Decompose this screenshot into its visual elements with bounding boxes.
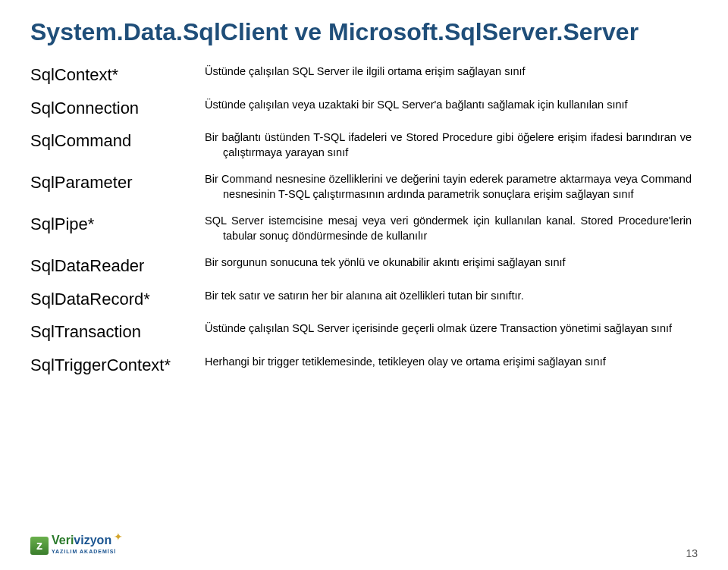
class-desc: Bir Command nesnesine özelliklerini ve d… — [205, 168, 698, 209]
footer-logo: z Verivizyon YAZILIM AKADEMİSİ ✦ — [30, 532, 136, 562]
page-title: System.Data.SqlClient ve Microsoft.SqlSe… — [30, 18, 698, 46]
logo-brand-part2: vizyon — [74, 534, 111, 547]
logo-text: Verivizyon — [52, 534, 111, 547]
class-desc: Bir bağlantı üstünden T-SQL ifadeleri ve… — [205, 126, 698, 168]
class-desc: Üstünde çalışılan veya uzaktaki bir SQL … — [205, 93, 698, 127]
class-name: SqlConnection — [30, 93, 205, 127]
class-desc: Üstünde çalışılan SQL Server içerisinde … — [205, 317, 698, 350]
page-number: 13 — [686, 547, 698, 559]
class-name: SqlContext* — [30, 60, 205, 93]
class-desc: Bir tek satır ve satırın her bir alanına… — [205, 284, 698, 318]
class-name: SqlTransaction — [30, 317, 205, 350]
logo-brand-part1: Veri — [52, 534, 74, 547]
logo-mark-icon: z — [30, 537, 49, 555]
class-desc: Üstünde çalışılan SQL Server ile ilgili … — [205, 60, 698, 93]
class-name: SqlParameter — [30, 168, 205, 209]
sparkle-icon: ✦ — [114, 531, 123, 543]
class-desc: Bir sorgunun sonucuna tek yönlü ve okuna… — [205, 251, 698, 284]
class-name: SqlPipe* — [30, 209, 205, 251]
definition-table: SqlContext* Üstünde çalışılan SQL Server… — [30, 60, 698, 383]
class-name: SqlTriggerContext* — [30, 350, 205, 384]
class-name: SqlDataRecord* — [30, 284, 205, 318]
class-desc: SQL Server istemcisine mesaj veya veri g… — [205, 209, 698, 251]
class-name: SqlCommand — [30, 126, 205, 168]
logo-subtitle: YAZILIM AKADEMİSİ — [52, 549, 116, 554]
class-name: SqlDataReader — [30, 251, 205, 284]
class-desc: Herhangi bir trigger tetiklemesinde, tet… — [205, 350, 698, 384]
